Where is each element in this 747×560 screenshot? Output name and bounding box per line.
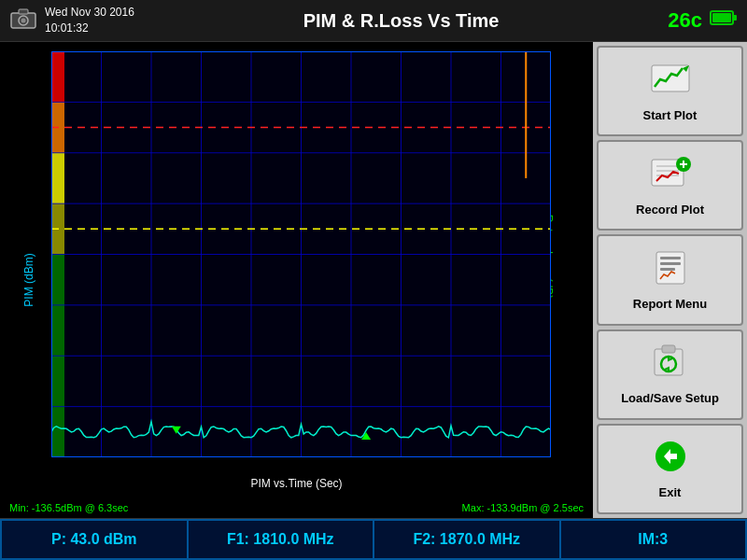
f2-status: F2: 1870.0 MHz [373,519,559,560]
chart-canvas [51,51,551,457]
x-axis-label: PIM vs.Time (Sec) [250,477,342,490]
svg-rect-7 [652,65,689,91]
top-bar: Wed Nov 30 2016 10:01:32 PIM & R.Loss Vs… [0,0,747,42]
f1-status: F1: 1810.0 MHz [187,519,374,560]
load-save-setup-button[interactable]: Load/Save Setup [597,329,743,420]
y-axis-left-label: PIM (dBm) [22,253,35,306]
chart-title: PIM & R.Loss Vs Time [134,10,668,32]
svg-rect-5 [712,13,731,22]
camera-icon [9,6,37,35]
svg-rect-3 [19,9,28,14]
report-menu-icon [647,249,694,293]
main-area: PIM (dBm) Return Loss (dB) PIM vs.Time (… [0,42,747,518]
load-save-setup-label: Load/Save Setup [621,391,719,405]
svg-point-2 [21,19,26,23]
chart-inner [51,51,551,457]
power-status: P: 43.0 dBm [0,519,187,560]
top-left: Wed Nov 30 2016 10:01:32 [9,5,134,36]
report-menu-label: Report Menu [633,297,707,311]
svg-rect-21 [662,345,675,353]
im-status: IM:3 [559,519,748,560]
load-save-setup-icon [647,343,694,387]
svg-rect-19 [660,268,675,271]
sidebar: Start Plot Record Plot [593,42,747,518]
min-label: Min: -136.5dBm @ 6.3sec [9,502,128,513]
status-bar: P: 43.0 dBm F1: 1810.0 MHz F2: 1870.0 MH… [0,518,747,560]
max-label: Max: -133.9dBm @ 2.5sec [462,502,584,513]
chart-container: PIM (dBm) Return Loss (dB) PIM vs.Time (… [0,42,593,518]
svg-rect-17 [660,257,681,259]
date-display: Wed Nov 30 2016 [45,5,134,21]
record-plot-icon [647,155,694,199]
battery-icon [710,8,738,33]
datetime: Wed Nov 30 2016 10:01:32 [45,5,134,36]
record-plot-button[interactable]: Record Plot [597,140,743,231]
temperature-display: 26c [668,8,702,33]
svg-rect-6 [733,15,737,21]
record-plot-label: Record Plot [636,203,704,217]
start-plot-label: Start Plot [643,108,698,122]
top-right: 26c [668,8,738,33]
svg-rect-18 [660,262,681,265]
start-plot-button[interactable]: Start Plot [597,46,743,136]
min-max-bar: Min: -136.5dBm @ 6.3sec Max: -133.9dBm @… [9,502,584,513]
exit-label: Exit [659,485,682,499]
time-display: 10:01:32 [45,21,134,36]
exit-icon [647,438,694,482]
start-plot-icon [647,61,694,105]
exit-button[interactable]: Exit [597,424,743,514]
report-menu-button[interactable]: Report Menu [597,234,743,325]
